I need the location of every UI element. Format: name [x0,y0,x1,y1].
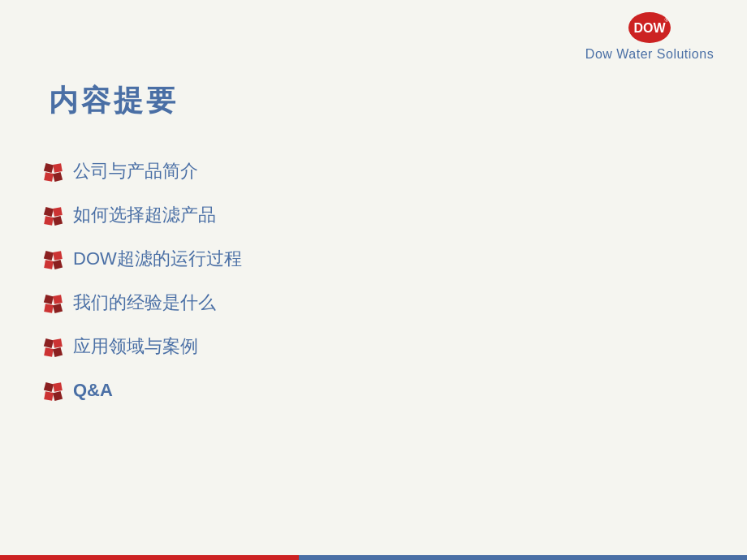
list-item: DOW超滤的运行过程 [42,238,242,282]
svg-rect-6 [53,172,63,182]
menu-item-text-2: 如何选择超滤产品 [73,204,216,227]
svg-rect-13 [44,260,54,269]
svg-rect-4 [53,163,63,173]
svg-rect-8 [53,207,63,217]
menu-item-text-3: DOW超滤的运行过程 [73,248,242,271]
svg-rect-17 [44,304,54,313]
svg-rect-26 [53,391,63,401]
dow-logo-icon: DOW ® [628,11,671,44]
svg-rect-22 [53,347,63,357]
svg-rect-19 [44,338,54,348]
list-item: 公司与产品简介 [42,150,242,194]
bullet-icon-4 [42,293,65,316]
svg-rect-24 [53,382,63,392]
page-title: 内容提要 [49,81,179,121]
menu-item-text-4: 我们的经验是什么 [73,291,216,315]
svg-rect-9 [44,216,54,226]
bullet-icon-3 [42,249,65,272]
bullet-icon-1 [42,162,65,184]
svg-text:®: ® [664,17,669,23]
bottom-line [0,555,747,560]
svg-rect-23 [44,382,54,392]
svg-rect-11 [44,251,54,261]
bullet-icon-2 [42,205,65,228]
svg-rect-14 [53,260,63,269]
bullet-icon-5 [42,337,65,360]
svg-rect-10 [53,216,63,226]
menu-item-text-6: Q&A [73,379,113,403]
svg-rect-25 [44,391,54,401]
svg-rect-20 [53,338,63,348]
list-item: 如何选择超滤产品 [42,194,242,238]
menu-list: 公司与产品简介 如何选择超滤产品 DOW超滤的运行过程 [42,150,242,413]
svg-rect-18 [53,304,63,313]
menu-item-text-1: 公司与产品简介 [73,160,198,183]
svg-text:DOW: DOW [633,21,666,35]
list-item: Q&A [42,369,242,413]
logo-area: DOW ® Dow Water Solutions [552,0,747,73]
svg-rect-15 [44,295,54,304]
slide: DOW ® Dow Water Solutions 内容提要 公司与产品简介 [0,0,747,560]
bullet-icon-6 [42,381,65,403]
list-item: 应用领域与案例 [42,325,242,369]
svg-rect-16 [53,295,63,304]
svg-rect-21 [44,347,54,357]
svg-rect-7 [44,207,54,217]
list-item: 我们的经验是什么 [42,282,242,325]
svg-rect-12 [53,251,63,261]
logo-text: Dow Water Solutions [585,47,714,62]
svg-rect-5 [44,172,54,182]
menu-item-text-5: 应用领域与案例 [73,335,198,359]
svg-rect-3 [44,163,54,173]
